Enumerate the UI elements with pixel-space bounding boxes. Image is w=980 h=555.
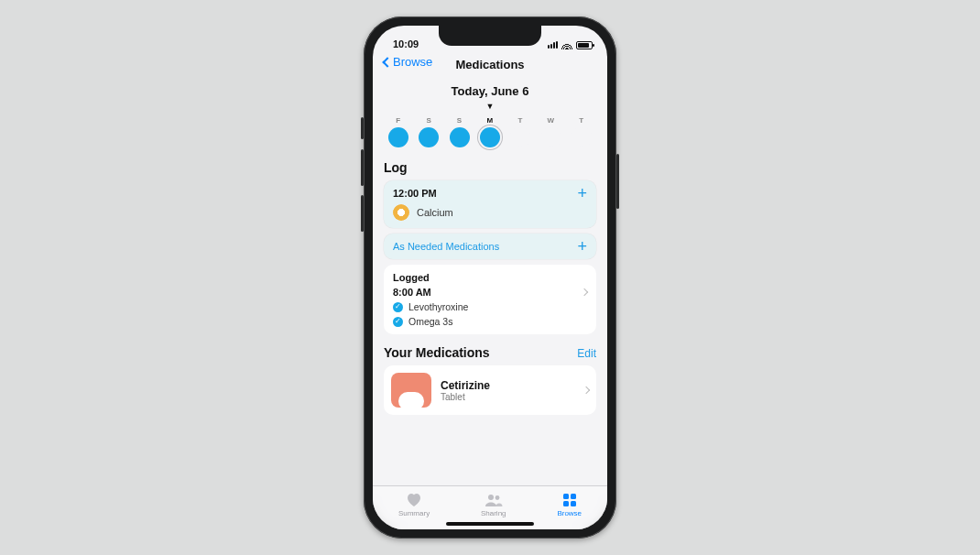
medication-form: Tablet — [441, 392, 490, 402]
add-upcoming-button[interactable]: + — [577, 188, 587, 199]
status-indicators — [548, 40, 593, 49]
cellular-icon — [548, 41, 558, 49]
nav-bar: Browse Medications — [373, 51, 607, 77]
day-dot-icon — [480, 127, 500, 147]
page-title: Medications — [455, 58, 524, 71]
as-needed-card[interactable]: As Needed Medications + — [384, 234, 596, 259]
svg-rect-5 — [571, 501, 576, 506]
back-button[interactable]: Browse — [384, 55, 432, 69]
medication-image — [391, 373, 431, 408]
day-dot-icon — [541, 127, 561, 147]
day-thu[interactable]: T — [569, 116, 594, 147]
svg-point-1 — [495, 495, 499, 500]
day-wed[interactable]: W — [539, 116, 564, 147]
day-tue[interactable]: T — [507, 116, 533, 147]
notch — [439, 26, 541, 46]
chevron-right-icon — [583, 386, 590, 394]
med-name: Calcium — [417, 207, 453, 218]
chevron-left-icon — [382, 57, 392, 67]
tab-browse[interactable]: Browse — [557, 492, 582, 517]
phone-frame: 10:09 Browse Medications Today, June 6 ▼… — [364, 16, 616, 539]
day-label: T — [579, 116, 583, 125]
tab-summary[interactable]: Summary — [398, 492, 430, 517]
logged-med-row[interactable]: ✓ Omega 3s — [393, 316, 587, 327]
log-section-title: Log — [384, 160, 596, 175]
people-icon — [485, 492, 503, 508]
day-dot-icon — [510, 127, 530, 147]
check-icon: ✓ — [393, 302, 403, 312]
heart-icon — [405, 492, 423, 508]
day-label: S — [426, 116, 431, 125]
logged-entry[interactable]: 8:00 AM — [393, 287, 587, 298]
day-sun[interactable]: S — [447, 116, 473, 147]
tab-label: Sharing — [481, 509, 506, 517]
grid-icon — [561, 492, 579, 508]
svg-rect-4 — [563, 501, 569, 506]
check-icon: ✓ — [393, 317, 403, 327]
screen: 10:09 Browse Medications Today, June 6 ▼… — [373, 26, 607, 529]
day-label: T — [518, 116, 523, 125]
day-label: W — [548, 116, 555, 125]
upcoming-med-row[interactable]: Calcium — [393, 204, 587, 221]
med-name: Omega 3s — [408, 316, 452, 327]
your-meds-title: Your Medications — [384, 345, 490, 360]
day-label: F — [396, 116, 400, 125]
svg-rect-2 — [563, 494, 569, 499]
status-time: 10:09 — [393, 38, 419, 49]
medication-card[interactable]: Cetirizine Tablet — [384, 365, 596, 415]
pill-icon — [393, 204, 409, 221]
day-sat[interactable]: S — [416, 116, 441, 147]
battery-icon — [576, 41, 593, 49]
caret-down-icon: ▼ — [384, 103, 596, 109]
date-header: Today, June 6 — [384, 84, 596, 98]
day-label: S — [457, 116, 463, 125]
as-needed-label: As Needed Medications — [393, 241, 499, 252]
add-as-needed-button[interactable]: + — [577, 241, 587, 252]
day-mon[interactable]: M — [477, 116, 503, 147]
chevron-right-icon — [581, 288, 588, 296]
content-scroll[interactable]: Today, June 6 ▼ F S S M — [373, 77, 607, 485]
medication-name: Cetirizine — [441, 379, 490, 392]
logged-title: Logged — [393, 272, 587, 283]
tab-label: Browse — [557, 509, 582, 517]
svg-point-0 — [488, 495, 494, 500]
tab-label: Summary — [398, 509, 430, 517]
logged-card: Logged 8:00 AM ✓ Levothyroxine ✓ Omega 3… — [384, 265, 596, 334]
edit-button[interactable]: Edit — [577, 347, 596, 360]
med-name: Levothyroxine — [408, 301, 468, 312]
day-fri[interactable]: F — [386, 116, 411, 147]
svg-rect-3 — [571, 494, 576, 499]
logged-med-row[interactable]: ✓ Levothyroxine — [393, 301, 587, 312]
upcoming-log-card[interactable]: 12:00 PM + Calcium — [384, 180, 596, 228]
day-dot-icon — [572, 127, 592, 147]
back-label: Browse — [393, 55, 432, 69]
home-indicator[interactable] — [446, 522, 534, 526]
logged-time: 8:00 AM — [393, 287, 431, 298]
upcoming-time: 12:00 PM — [393, 188, 437, 199]
day-dot-icon — [388, 127, 408, 147]
wifi-icon — [561, 40, 572, 49]
day-label: M — [486, 116, 493, 125]
day-dot-icon — [450, 127, 470, 147]
tab-sharing[interactable]: Sharing — [481, 492, 506, 517]
day-dot-icon — [419, 127, 439, 147]
week-selector: F S S M T — [384, 114, 596, 149]
